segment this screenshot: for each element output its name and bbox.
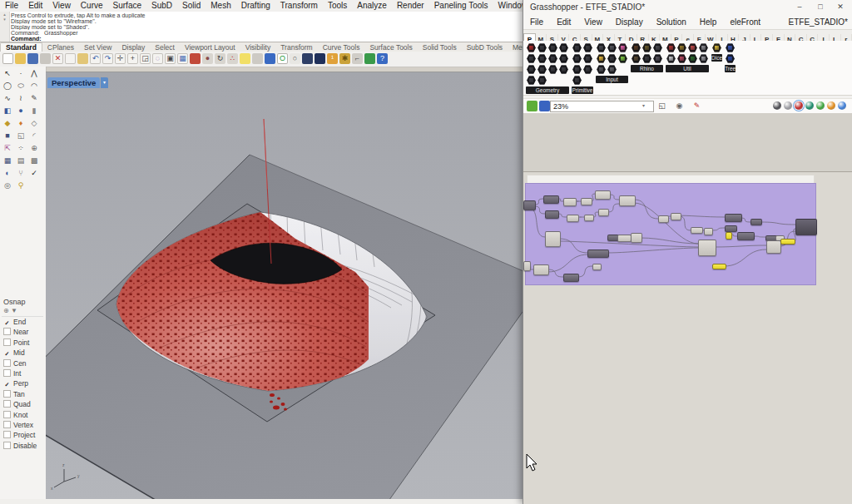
- zoom-dropdown-caret-icon[interactable]: ▾: [642, 102, 645, 108]
- gh-menu-display[interactable]: Display: [609, 15, 650, 29]
- component-icon-primitive-5[interactable]: [583, 65, 592, 74]
- gh-menu-view[interactable]: View: [577, 15, 609, 29]
- gh-node-17[interactable]: [592, 264, 602, 270]
- ball-orange-icon[interactable]: [827, 101, 835, 110]
- palette-group-label[interactable]: Input: [596, 76, 628, 83]
- rotate-icon[interactable]: ↻: [215, 53, 225, 64]
- menu-file[interactable]: File: [0, 0, 23, 12]
- gh-node-19[interactable]: [563, 274, 579, 282]
- select-lasso-icon[interactable]: ◌: [152, 53, 163, 64]
- component-icon-util-7[interactable]: [699, 54, 708, 63]
- component-icon-util-0[interactable]: [666, 43, 676, 52]
- lamp-icon[interactable]: ⚲: [15, 180, 27, 191]
- hand-tool-icon[interactable]: ⌐: [352, 53, 363, 64]
- osnap-item-perp[interactable]: ✓Perp: [2, 378, 43, 388]
- sphere-navy-icon[interactable]: [315, 53, 325, 64]
- gh-menu-help[interactable]: Help: [693, 15, 724, 29]
- print-icon[interactable]: [40, 53, 51, 64]
- osnap-item-near[interactable]: Near: [2, 327, 43, 337]
- component-icon-geometry-6[interactable]: [548, 54, 557, 63]
- osnap-item-vertex[interactable]: Vertex: [2, 420, 43, 430]
- menu-drafting[interactable]: Drafting: [236, 0, 275, 12]
- grasshopper-titlebar[interactable]: Grasshopper - ETFE_STADIO* – □ ✕: [523, 0, 852, 16]
- command-scrollbar[interactable]: ▴▾: [0, 12, 10, 42]
- component-icon-primitive-2[interactable]: [572, 54, 582, 63]
- component-icon-util-5[interactable]: [677, 54, 686, 63]
- perspective-viewport[interactable]: xyz Perspective ▾: [46, 72, 523, 500]
- gear-icon[interactable]: ✱: [339, 53, 350, 64]
- component-icon-primitive-3[interactable]: [583, 54, 592, 63]
- osnap-item-point[interactable]: Point: [2, 338, 43, 348]
- component-icon-tree-0[interactable]: [726, 43, 735, 52]
- component-icon-util-4[interactable]: [666, 54, 676, 63]
- osnap-checkbox-end[interactable]: ✓: [3, 319, 11, 327]
- osnap-checkbox-project[interactable]: [3, 431, 11, 438]
- sphere-blue-icon[interactable]: [265, 53, 275, 64]
- osnap-item-disable[interactable]: Disable: [2, 441, 43, 451]
- loft-icon[interactable]: ♦: [15, 118, 27, 129]
- gh-node-25[interactable]: [726, 232, 732, 240]
- gh-node-8[interactable]: [598, 209, 609, 216]
- palette-group-label[interactable]: Geometry: [526, 86, 569, 94]
- viewport-tab-caret-icon[interactable]: ▾: [101, 77, 108, 88]
- component-icon-geometry-2[interactable]: [548, 43, 557, 52]
- grid-table-icon[interactable]: ▦: [177, 53, 188, 64]
- component-icon-util-3[interactable]: [699, 43, 708, 52]
- component-icon-rhino-0[interactable]: [632, 43, 641, 52]
- circle2-icon[interactable]: ◎: [2, 180, 13, 191]
- osnap-checkbox-perp[interactable]: ✓: [3, 381, 11, 388]
- osnap-item-mid[interactable]: ✓Mid: [2, 348, 43, 358]
- palette-group-label[interactable]: Rhino: [631, 65, 663, 72]
- gumball-icon[interactable]: ¹: [327, 53, 338, 64]
- palette-group-label[interactable]: Util: [666, 65, 709, 72]
- palette-group-label[interactable]: Dice: [711, 54, 722, 62]
- surface-icon[interactable]: ◧: [2, 106, 13, 116]
- osnap-buttons[interactable]: ⊕ ▼: [2, 307, 43, 317]
- cut-icon[interactable]: ✕: [52, 53, 63, 64]
- component-icon-input-3[interactable]: [597, 54, 606, 63]
- gh-node-24[interactable]: [725, 225, 737, 232]
- move-dot-icon[interactable]: ●: [202, 53, 213, 64]
- gh-node-15[interactable]: [671, 213, 681, 220]
- zoom-extents-icon[interactable]: ◱: [656, 101, 667, 111]
- light-icon[interactable]: [240, 53, 250, 64]
- component-icon-util-6[interactable]: [688, 54, 697, 63]
- sketch-icon[interactable]: ✎: [28, 93, 40, 104]
- gh-node-34[interactable]: [795, 219, 817, 235]
- menu-edit[interactable]: Edit: [23, 0, 47, 12]
- copy-icon[interactable]: [65, 53, 76, 64]
- component-icon-tree-1[interactable]: [726, 54, 735, 63]
- extrude-icon[interactable]: ◆: [2, 118, 13, 129]
- gh-node-10[interactable]: [545, 231, 561, 247]
- osnap-item-end[interactable]: ✓End: [2, 317, 43, 327]
- pan-icon[interactable]: ✛: [115, 53, 126, 64]
- osnap-item-int[interactable]: Int: [2, 368, 43, 378]
- osnap-button-1[interactable]: ▼: [11, 307, 17, 314]
- transform-icon[interactable]: ⇱: [2, 143, 13, 154]
- gh-menu-solution[interactable]: Solution: [650, 15, 693, 29]
- component-icon-rhino-2[interactable]: [653, 43, 662, 52]
- preview-eye-icon[interactable]: ◉: [674, 101, 685, 111]
- gh-node-12[interactable]: [617, 235, 632, 242]
- gh-node-33[interactable]: [712, 264, 726, 269]
- curve-icon[interactable]: ∿: [2, 93, 13, 104]
- preview-shaded-icon[interactable]: [795, 101, 803, 110]
- component-icon-dice-0[interactable]: [712, 43, 721, 52]
- zoom-window-icon[interactable]: ◲: [140, 53, 151, 64]
- osnap-item-project[interactable]: Project: [2, 430, 43, 440]
- new-file-icon[interactable]: [2, 53, 13, 64]
- component-icon-input-7[interactable]: [607, 65, 617, 74]
- component-icon-geometry-11[interactable]: [559, 65, 568, 74]
- component-icon-geometry-13[interactable]: [537, 76, 547, 85]
- component-icon-input-2[interactable]: [618, 43, 627, 52]
- earth-icon[interactable]: [364, 53, 375, 64]
- menu-paneling-tools[interactable]: Paneling Tools: [429, 0, 493, 12]
- gh-node-27[interactable]: [750, 219, 762, 225]
- delete-wedge-icon[interactable]: [190, 53, 201, 64]
- fillet-icon[interactable]: ◜: [28, 131, 40, 141]
- osnap-checkbox-disable[interactable]: [3, 442, 11, 449]
- mesh-icon[interactable]: ▦: [2, 156, 13, 166]
- osnap-checkbox-mid[interactable]: ✓: [3, 350, 11, 358]
- grasshopper-canvas[interactable]: [523, 113, 852, 504]
- save-definition-icon[interactable]: [539, 101, 550, 111]
